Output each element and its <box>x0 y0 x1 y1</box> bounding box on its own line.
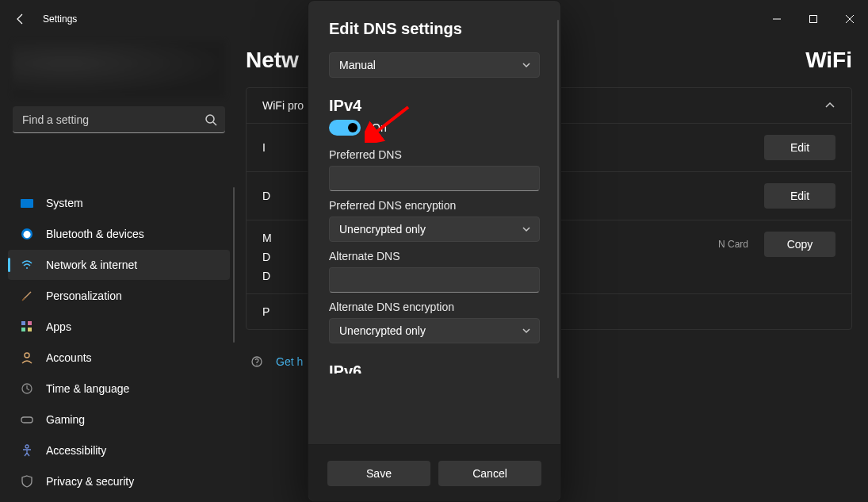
ipv4-heading: IPv4 <box>329 97 540 115</box>
dialog-footer: Save Cancel <box>308 444 560 501</box>
chevron-down-icon <box>522 224 531 234</box>
alternate-dns-encryption-label: Alternate DNS encryption <box>329 301 540 313</box>
alternate-dns-encryption-select[interactable]: Unencrypted only <box>329 318 540 343</box>
ipv4-toggle-row: On <box>329 120 540 136</box>
preferred-dns-encryption-label: Preferred DNS encryption <box>329 199 540 212</box>
cancel-button[interactable]: Cancel <box>438 461 541 486</box>
ipv6-heading: IPv6 <box>329 362 540 374</box>
ipv4-toggle-state: On <box>372 121 387 134</box>
modal-overlay: Edit DNS settings Manual IPv4 On Preferr… <box>0 0 868 502</box>
select-value: Manual <box>339 59 376 71</box>
preferred-dns-label: Preferred DNS <box>329 148 540 161</box>
chevron-down-icon <box>522 326 531 335</box>
preferred-dns-encryption-select[interactable]: Unencrypted only <box>329 217 540 242</box>
preferred-dns-input[interactable] <box>329 166 540 191</box>
alternate-dns-input[interactable] <box>329 267 540 293</box>
save-button[interactable]: Save <box>327 461 430 486</box>
edit-dns-dialog: Edit DNS settings Manual IPv4 On Preferr… <box>308 0 561 502</box>
dialog-title: Edit DNS settings <box>329 20 540 38</box>
ipv4-toggle[interactable] <box>329 120 361 136</box>
chevron-down-icon <box>522 60 531 70</box>
select-value: Unencrypted only <box>339 223 426 236</box>
dns-mode-select[interactable]: Manual <box>329 52 540 78</box>
dialog-scrollbar[interactable] <box>557 20 559 378</box>
select-value: Unencrypted only <box>339 324 426 337</box>
alternate-dns-label: Alternate DNS <box>329 250 540 262</box>
dialog-body: Edit DNS settings Manual IPv4 On Preferr… <box>308 1 560 444</box>
